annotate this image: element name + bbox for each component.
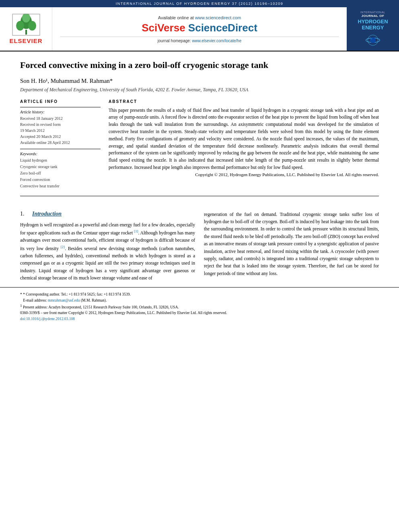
section-divider [20,196,379,196]
homepage-link[interactable]: www.elsevier.com/locate/he [192,39,241,43]
accepted: Accepted 20 March 2012 [20,134,101,140]
copyright-text: Copyright © 2012, Hydrogen Energy Public… [109,171,379,178]
ref-1: [1] [134,229,138,233]
hydrogen-energy-text: HYDROGENENERGY [358,19,388,31]
doi-link[interactable]: doi:10.1016/j.ijhydene.2012.03.108 [20,317,75,321]
keyword-2: Cryogenic storage tank [20,164,101,170]
intro-heading: 1. Introduction [20,211,195,217]
intro-right-text: regeneration of the fuel on demand. Trad… [204,211,379,277]
received-revised-date: 19 March 2012 [20,127,101,134]
email-name: (M.M. Rahman). [81,298,107,302]
keywords-label: Keywords: [20,152,101,156]
sciverse-sci-text: SciVerse [142,22,188,34]
journal-title-bar: INTERNATIONAL JOURNAL OF HYDROGEN ENERGY… [116,2,284,6]
paper-title: Forced convective mixing in a zero boil-… [20,60,379,71]
keyword-4: Forced convection [20,177,101,183]
issn-footnote: 0360-3199/$ – see front matter Copyright… [20,310,379,316]
present-address-footnote: 1 Present address: Acudyn Incorporated, … [20,303,379,310]
paper-content: Forced convective mixing in a zero boil-… [0,51,399,211]
affiliation: Department of Mechanical Engineering, Un… [20,87,379,93]
received-1: Received 18 January 2012 [20,115,101,121]
footnote-area: * * Corresponding author. Tel.: +1 813 9… [0,287,399,324]
available-online-text: Available online at www.sciencedirect.co… [158,15,241,20]
article-info-abstract: ARTICLE INFO Article history: Received 1… [20,99,379,189]
elsevier-brand-text: ELSEVIER [9,37,42,44]
hydrogen-planet-icon [363,33,383,47]
svg-rect-0 [25,30,27,35]
intro-left-text: Hydrogen is well recognized as a powerfu… [20,221,195,282]
journal-header: ELSEVIER Available online at www.science… [0,7,399,51]
journal-top-bar: INTERNATIONAL JOURNAL OF HYDROGEN ENERGY… [0,0,399,7]
sciverse-logo: SciVerse ScienceDirect [142,22,257,34]
abstract-text: This paper presents the results of a stu… [109,107,379,171]
journal-center-block: Available online at www.sciencedirect.co… [52,7,347,51]
section-heading-text: Introduction [32,211,62,217]
corresponding-author: * * Corresponding author. Tel.: +1 813 9… [20,292,379,297]
keyword-1: Liquid hydrogen [20,157,101,164]
hydrogen-title-text: INTERNATIONAL Journal of [360,10,385,18]
elsevier-tree-icon [12,14,40,36]
present-address-text: Acudyn Incorporated, 12151 Research Park… [48,305,179,309]
journal-homepage: journal homepage: www.elsevier.com/locat… [60,37,339,43]
sciencedirect-url[interactable]: www.sciencedirect.com [195,15,241,20]
hydrogen-energy-logo: INTERNATIONAL Journal of HYDROGENENERGY [347,7,399,51]
history-label: Article history: [20,110,101,114]
svg-point-9 [370,38,372,39]
author-names: Son H. Ho¹, Muhammad M. Rahman* [20,78,113,84]
doi-footnote: doi:10.1016/j.ijhydene.2012.03.108 [20,316,379,322]
svg-point-3 [28,21,36,31]
body-left-column: 1. Introduction Hydrogen is well recogni… [20,211,195,282]
section-number: 1. [20,211,25,217]
body-right-column: regeneration of the fuel on demand. Trad… [204,211,379,282]
received-revised: Received in revised form [20,121,101,127]
svg-point-2 [16,21,24,31]
email-footnote: E-mail address: mmrahman@usf.edu (M.M. R… [20,298,379,303]
abstract-heading: ABSTRACT [109,99,379,104]
email-link[interactable]: mmrahman@usf.edu [48,298,80,302]
keyword-5: Convective heat transfer [20,183,101,189]
ref-2: [2] [61,245,65,249]
corresponding-text: * Corresponding author. Tel.: +1 813 974… [23,292,131,296]
sciverse-direct-text: ScienceDirect [188,22,257,34]
article-history: Article history: Received 18 January 201… [20,107,101,146]
body-content: 1. Introduction Hydrogen is well recogni… [0,211,399,282]
abstract-section: ABSTRACT This paper presents the results… [109,99,379,189]
elsevier-logo-block: ELSEVIER [0,7,52,51]
keywords-section: Keywords: Liquid hydrogen Cryogenic stor… [20,149,101,189]
authors: Son H. Ho¹, Muhammad M. Rahman* [20,78,379,84]
available-online: Available online 28 April 2012 [20,140,101,146]
hydrogen-journal: Journal of [360,14,385,18]
article-info-heading: ARTICLE INFO [20,99,101,104]
hydrogen-intl: INTERNATIONAL [360,10,385,14]
present-address-label: Present address: [23,305,48,309]
keyword-3: Zero boil-off [20,170,101,177]
article-info-section: ARTICLE INFO Article history: Received 1… [20,99,101,189]
